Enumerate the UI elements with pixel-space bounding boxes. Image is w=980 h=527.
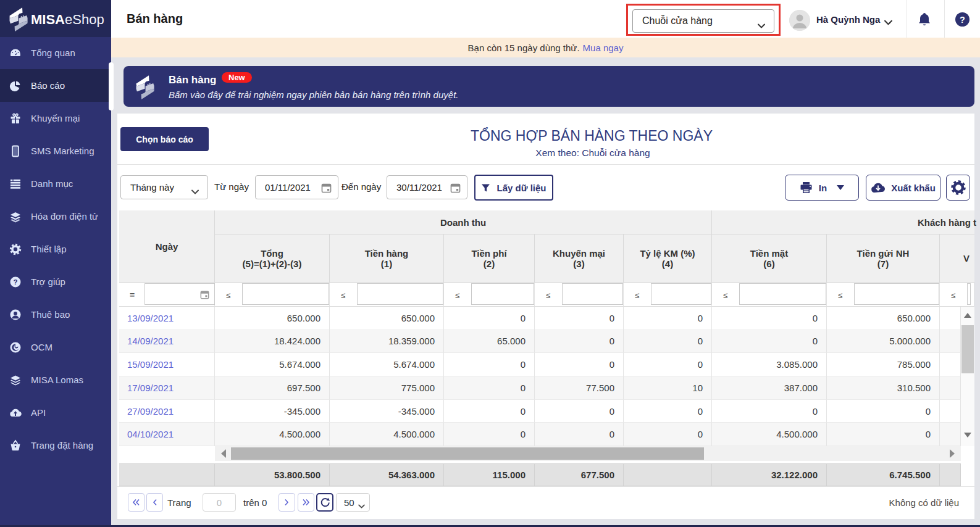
svg-text:?: ? bbox=[13, 278, 17, 286]
svg-text:?: ? bbox=[960, 15, 965, 25]
